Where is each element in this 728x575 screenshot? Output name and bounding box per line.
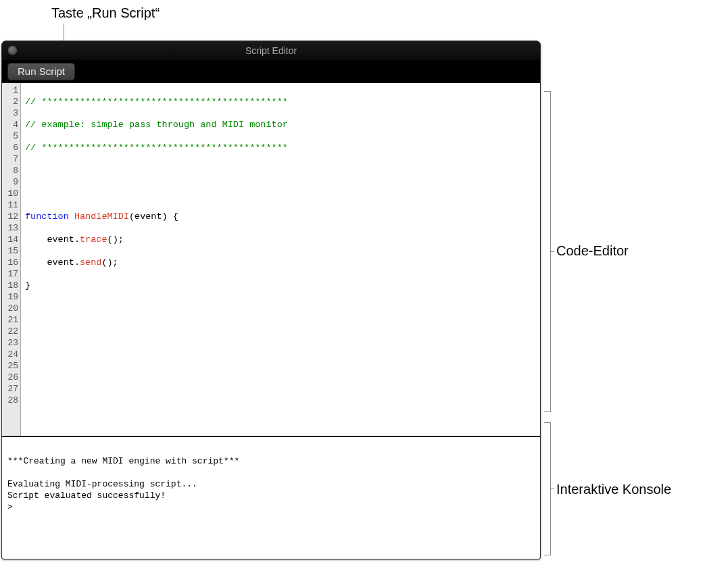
line-number: 28 (2, 395, 18, 406)
line-number: 22 (2, 326, 18, 337)
line-number: 5 (2, 130, 18, 142)
code-comment: // *************************************… (25, 97, 288, 107)
line-number: 23 (2, 337, 18, 349)
callout-interactive-console: Interaktive Konsole (556, 482, 671, 497)
line-number: 20 (2, 303, 18, 314)
code-method: trace (80, 234, 107, 245)
line-number: 27 (2, 383, 18, 395)
code-keyword: function (25, 211, 69, 222)
code-text: (event) { (129, 211, 178, 222)
title-bar: Script Editor (2, 41, 540, 60)
line-number: 13 (2, 222, 18, 234)
code-text: } (25, 280, 30, 291)
line-number: 19 (2, 291, 18, 303)
code-comment: // *************************************… (25, 143, 288, 153)
line-number: 8 (2, 165, 18, 176)
callout-code-editor: Code-Editor (556, 243, 629, 259)
code-text-area[interactable]: // *************************************… (21, 83, 540, 436)
close-icon[interactable] (7, 45, 18, 55)
callout-tick (550, 251, 554, 252)
line-number: 3 (2, 107, 18, 119)
line-number: 1 (2, 84, 18, 96)
line-number: 21 (2, 314, 18, 326)
callout-run-script: Taste „Run Script“ (51, 5, 160, 21)
line-number: 11 (2, 199, 18, 211)
line-number: 17 (2, 268, 18, 280)
code-text: (); (101, 257, 118, 268)
interactive-console[interactable]: ***Creating a new MIDI engine with scrip… (2, 437, 540, 559)
code-comment: // example: simple pass through and MIDI… (25, 120, 288, 130)
toolbar: Run Script (2, 60, 540, 83)
window-title: Script Editor (2, 45, 540, 56)
code-function-name: HandleMIDI (74, 211, 129, 222)
line-number: 26 (2, 372, 18, 383)
code-text: event. (25, 234, 80, 245)
code-text: (); (107, 234, 124, 245)
code-text: event. (25, 257, 80, 268)
line-number: 9 (2, 176, 18, 188)
script-editor-window: Script Editor Run Script 1 2 3 4 5 6 7 8… (1, 41, 541, 559)
line-number: 6 (2, 142, 18, 153)
line-number: 2 (2, 96, 18, 107)
line-number: 25 (2, 360, 18, 372)
line-number: 24 (2, 349, 18, 360)
run-script-button[interactable]: Run Script (7, 63, 75, 80)
line-number: 10 (2, 188, 18, 199)
line-number: 18 (2, 280, 18, 291)
line-number: 7 (2, 153, 18, 165)
line-number: 12 (2, 211, 18, 222)
line-number-gutter: 1 2 3 4 5 6 7 8 9 10 11 12 13 14 15 16 1… (2, 83, 21, 436)
line-number: 16 (2, 257, 18, 268)
code-method: send (80, 257, 101, 268)
code-editor: 1 2 3 4 5 6 7 8 9 10 11 12 13 14 15 16 1… (2, 83, 540, 437)
callout-tick (550, 489, 554, 489)
line-number: 14 (2, 234, 18, 245)
line-number: 15 (2, 245, 18, 257)
line-number: 4 (2, 119, 18, 130)
